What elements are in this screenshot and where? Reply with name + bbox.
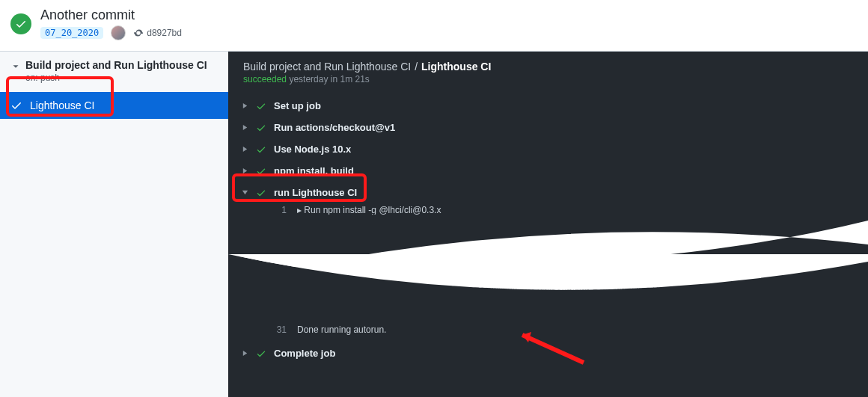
workflow-header[interactable]: Build project and Run Lighthouse CI on: … xyxy=(0,52,228,87)
breadcrumb-sep: / xyxy=(415,61,418,73)
check-icon xyxy=(256,348,266,359)
log-line: 29No GitHub token set, skipping. xyxy=(273,296,868,310)
log-line: 6npm WARN deprecated request@2.88.2: req… xyxy=(273,230,868,244)
workflow-title: Build project and Run Lighthouse CI xyxy=(25,59,207,71)
step-label: npm install, build xyxy=(274,165,354,176)
status-success-badge xyxy=(10,13,31,34)
log-output: 1▸ Run npm install -g @lhci/cli@0.3.x5np… xyxy=(228,203,868,290)
step-row[interactable]: npm install, build xyxy=(228,160,868,182)
log-line: 8+ @lhci/cli@0.3.14 xyxy=(273,257,868,271)
check-icon xyxy=(256,188,266,198)
check-icon xyxy=(10,99,22,111)
breadcrumb-leaf: Lighthouse CI xyxy=(421,61,491,73)
avatar[interactable] xyxy=(111,25,126,40)
triangle-right-icon xyxy=(242,167,248,174)
check-icon xyxy=(256,166,266,176)
commit-sha[interactable]: d8927bd xyxy=(133,28,182,38)
check-icon xyxy=(256,101,266,111)
step-row[interactable]: Set up job xyxy=(228,95,868,117)
triangle-right-icon xyxy=(242,350,248,357)
log-line: 31Done running autorun. xyxy=(273,323,868,336)
step-row[interactable]: Use Node.js 10.x xyxy=(228,138,868,160)
log-line: Open the report at https://storage.googl… xyxy=(273,283,868,296)
step-label: run Lighthouse CI xyxy=(274,187,357,198)
step-label: Run actions/checkout@v1 xyxy=(274,122,395,133)
commit-header: Another commit 07_20_2020 d8927bd xyxy=(0,0,868,51)
check-icon xyxy=(256,144,266,155)
step-label: Use Node.js 10.x xyxy=(274,144,351,155)
step-row[interactable]: run Lighthouse CI xyxy=(228,182,868,203)
jobs-sidebar: Build project and Run Lighthouse CI on: … xyxy=(0,51,228,397)
commit-icon xyxy=(133,28,144,38)
log-bottom: Open the report at https://storage.googl… xyxy=(228,283,868,342)
check-icon xyxy=(256,123,266,133)
log-line: 1▸ Run npm install -g @lhci/cli@0.3.x xyxy=(273,203,868,217)
triangle-right-icon xyxy=(242,146,248,153)
commit-meta: 07_20_2020 d8927bd xyxy=(40,25,182,40)
triangle-right-icon xyxy=(242,124,248,131)
job-status-line: succeeded yesterday in 1m 21s xyxy=(228,74,868,95)
check-icon xyxy=(15,18,27,30)
commit-title: Another commit xyxy=(40,7,182,23)
branch-chip[interactable]: 07_20_2020 xyxy=(40,27,103,39)
step-label: Set up job xyxy=(274,100,321,111)
breadcrumb: Build project and Run Lighthouse CI / Li… xyxy=(228,52,868,74)
triangle-right-icon xyxy=(242,102,248,109)
status-time: yesterday xyxy=(289,74,328,84)
workflow-trigger: on: push xyxy=(25,73,207,83)
status-duration: 1m 21s xyxy=(340,74,369,84)
commit-header-text: Another commit 07_20_2020 d8927bd xyxy=(40,7,182,40)
chevron-down-icon xyxy=(10,61,21,72)
status-in: in xyxy=(331,74,337,84)
log-bottom-section: Open the report at https://storage.googl… xyxy=(228,283,868,364)
sidebar-job-label: Lighthouse CI xyxy=(30,99,94,111)
log-line: 5npm WARN deprecated mkdirp@0.5.1: Legac… xyxy=(273,217,868,230)
step-label: Complete job xyxy=(274,348,335,359)
triangle-down-icon xyxy=(242,189,248,196)
breadcrumb-parent: Build project and Run Lighthouse CI xyxy=(243,61,411,73)
steps-list: Set up jobRun actions/checkout@v1Use Nod… xyxy=(228,95,868,290)
sidebar-job-lighthouse[interactable]: Lighthouse CI xyxy=(0,92,228,119)
status-word: succeeded xyxy=(243,74,287,84)
step-complete-job[interactable]: Complete job xyxy=(228,342,868,364)
step-row[interactable]: Run actions/checkout@v1 xyxy=(228,117,868,138)
log-line: 30 xyxy=(273,310,868,323)
log-line: 7/opt/hostedtoolcache/node/10.21.0/x64/b… xyxy=(273,244,868,257)
commit-sha-text: d8927bd xyxy=(147,28,182,38)
